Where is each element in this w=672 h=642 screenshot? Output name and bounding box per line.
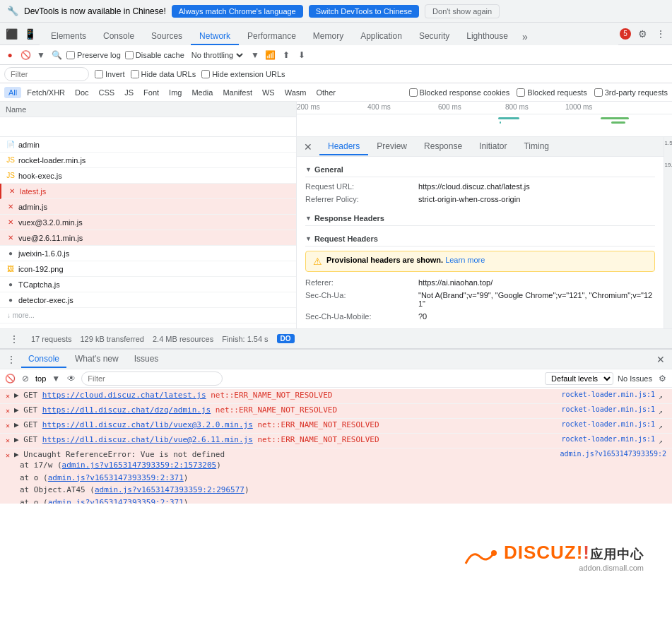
console-filter-input[interactable] [81,371,223,386]
file-row[interactable]: ● detector-exec.js [0,292,296,308]
filter-all[interactable]: All [4,87,21,98]
more-tabs-icon[interactable]: » [517,28,534,45]
filter-other[interactable]: Other [312,87,340,98]
file-row[interactable]: ✕ vuex@3.2.0.min.js [0,215,296,230]
external-link-icon[interactable]: ↗ [655,405,666,417]
filter-input[interactable] [4,67,89,81]
filter-doc[interactable]: Doc [71,87,93,98]
console-link[interactable]: https://dl1.discuz.chat/lib/vuex@3.2.0.m… [42,420,253,429]
stack-link[interactable]: admin.js?v1653147393359:2:296577 [95,485,244,494]
settings-icon[interactable]: ⚙ [634,25,651,42]
tab-sources[interactable]: Sources [143,28,191,45]
tab-memory[interactable]: Memory [305,28,352,45]
file-row[interactable]: JS rocket-loader.min.js [0,153,296,168]
file-row[interactable]: 📄 admin [0,137,296,153]
blocked-cookies-checkbox[interactable] [409,88,418,97]
disable-cache-checkbox[interactable] [125,51,134,59]
upload-icon[interactable]: ⬆ [281,49,292,61]
console-link[interactable]: https://dl1.discuz.chat/dzq/admin.js [42,405,211,415]
more-status-icon[interactable]: ⋮ [6,331,23,347]
inspect-icon[interactable]: ⬛ [3,25,20,42]
console-context-arrow[interactable]: ▼ [50,373,61,384]
console-tab-issues[interactable]: Issues [127,351,166,368]
filter-media[interactable]: Media [187,87,217,98]
throttle-down-icon[interactable]: ▼ [249,49,261,61]
external-link-icon[interactable]: ↗ [655,435,666,446]
console-link[interactable]: https://dl1.discuz.chat/lib/vue@2.6.11.m… [42,435,253,444]
external-link-icon[interactable]: ↗ [655,391,666,402]
filter-img[interactable]: Img [165,87,186,98]
console-source[interactable]: rocket-loader.min.js:1 [556,405,655,413]
record-icon[interactable]: ● [4,49,16,61]
console-more-icon[interactable]: ⋮ [3,351,20,368]
filter-css[interactable]: CSS [95,87,119,98]
tab-network[interactable]: Network [191,28,239,45]
eye-icon[interactable]: 👁 [66,373,77,384]
invert-checkbox[interactable] [95,70,103,78]
console-source[interactable]: rocket-loader.min.js:1 [556,435,655,443]
always-match-button[interactable]: Always match Chrome's language [172,5,303,18]
file-row[interactable]: ✕ vue@2.6.11.min.js [0,230,296,246]
throttle-select[interactable]: No throttling [189,50,245,60]
filter-wasm[interactable]: Wasm [281,87,311,98]
console-stop-icon[interactable]: ⊘ [20,373,31,384]
stack-link[interactable]: admin.js?v1653147393359:2:1573205 [62,460,217,470]
details-tab-response[interactable]: Response [415,138,471,155]
error-icon: ✕ [6,422,10,429]
stop-icon[interactable]: 🚫 [20,49,31,61]
download-icon[interactable]: ⬇ [296,49,307,61]
hide-ext-urls-checkbox[interactable] [201,70,210,78]
console-link[interactable]: https://cloud.discuz.chat/latest.js [42,391,206,400]
console-settings-icon[interactable]: ⚙ [656,373,668,384]
dont-show-button[interactable]: Don't show again [425,4,500,18]
search-icon[interactable]: 🔍 [51,49,62,61]
console-clear-icon[interactable]: 🚫 [4,373,16,384]
close-details-button[interactable]: ✕ [300,138,317,155]
file-row[interactable]: 🖼 icon-192.png [0,261,296,277]
device-icon[interactable]: 📱 [21,25,38,42]
switch-devtools-button[interactable]: Switch DevTools to Chinese [309,5,419,18]
tab-application[interactable]: Application [352,28,411,45]
blocked-requests-checkbox[interactable] [517,88,525,97]
details-tab-timing[interactable]: Timing [515,138,558,155]
hide-data-urls-checkbox[interactable] [131,70,139,78]
details-tab-headers[interactable]: Headers [319,138,368,155]
console-tab-console[interactable]: Console [21,351,66,368]
console-tab-whats-new[interactable]: What's new [68,351,126,368]
details-tab-initiator[interactable]: Initiator [471,138,515,155]
request-headers-section[interactable]: Request Headers [305,232,655,246]
file-row[interactable]: ✕ admin.js [0,199,296,215]
response-headers-section[interactable]: Response Headers [305,211,655,226]
learn-more-link[interactable]: Learn more [445,256,485,264]
preserve-log-checkbox[interactable] [66,51,75,59]
filter-font[interactable]: Font [139,87,163,98]
tab-elements[interactable]: Elements [42,28,95,45]
third-party-checkbox[interactable] [594,88,603,97]
more-options-icon[interactable]: ⋮ [652,25,669,42]
stack-link[interactable]: admin.js?v1653147393359:2:371 [48,473,184,482]
filter-manifest[interactable]: Manifest [218,87,257,98]
tab-lighthouse[interactable]: Lighthouse [458,28,517,45]
close-console-icon[interactable]: ✕ [652,351,669,368]
filter-ws[interactable]: WS [258,87,279,98]
tab-console[interactable]: Console [95,28,143,45]
details-tab-preview[interactable]: Preview [368,138,415,155]
filter-js[interactable]: JS [120,87,138,98]
console-source[interactable]: admin.js?v1653147393359:2 [554,450,666,458]
external-link-icon[interactable]: ↗ [655,420,666,432]
filter-fetch-xhr[interactable]: Fetch/XHR [23,87,69,98]
console-source[interactable]: rocket-loader.min.js:1 [556,391,655,398]
file-row[interactable]: JS hook-exec.js [0,168,296,184]
filter-icon[interactable]: ▼ [35,49,47,61]
tab-performance[interactable]: Performance [239,28,305,45]
tab-security[interactable]: Security [411,28,458,45]
general-section-header[interactable]: General [305,162,655,177]
stack-link[interactable]: admin.js?v1653147393359:2:371 [48,498,184,504]
file-row[interactable]: ● TCaptcha.js [0,277,296,292]
file-row-selected[interactable]: ✕ latest.js [0,184,296,199]
levels-select[interactable]: Default levels [545,372,613,385]
console-source[interactable]: rocket-loader.min.js:1 [556,420,655,428]
wifi-icon[interactable]: 📶 [265,49,276,61]
file-row[interactable]: ● jweixin-1.6.0.js [0,246,296,261]
details-pane: ✕ Headers Preview Response Initiator Tim… [297,137,664,328]
